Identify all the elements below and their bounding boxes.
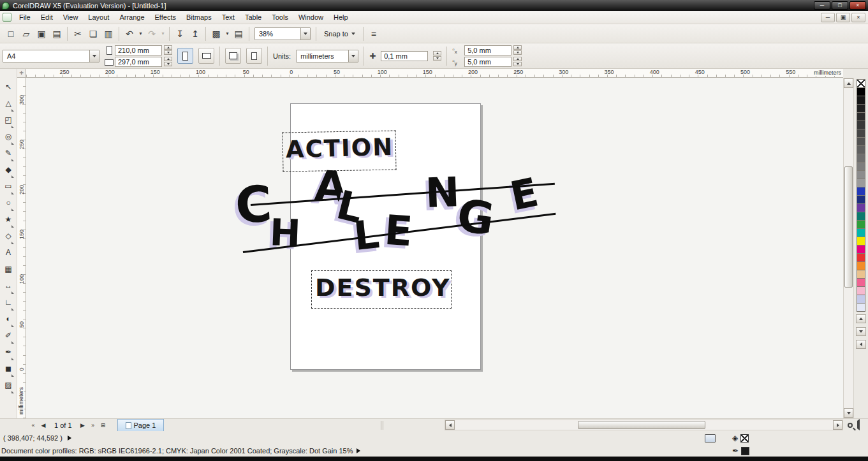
- color-swatch[interactable]: [857, 253, 865, 262]
- color-swatch[interactable]: [857, 303, 865, 312]
- import-button[interactable]: ↧: [172, 26, 188, 41]
- ellipse-tool[interactable]: ○: [1, 195, 16, 210]
- destroy-text-object[interactable]: DESTROY: [315, 275, 451, 300]
- vertical-scroll-thumb[interactable]: [844, 166, 853, 288]
- palette-scroll-down-button[interactable]: [856, 327, 866, 336]
- paper-width-field[interactable]: 210,0 mm: [115, 45, 162, 55]
- scroll-left-button[interactable]: [445, 420, 455, 430]
- blend-tool[interactable]: ◐: [1, 311, 16, 326]
- last-page-button[interactable]: »: [88, 420, 98, 430]
- color-swatch[interactable]: [857, 220, 865, 229]
- export-button[interactable]: ↥: [188, 26, 203, 41]
- horizontal-scroll-thumb[interactable]: [578, 421, 705, 429]
- all-pages-button[interactable]: [225, 48, 241, 64]
- duplicate-y-spinner[interactable]: [513, 57, 522, 66]
- color-swatch[interactable]: [857, 237, 865, 245]
- action-text-object[interactable]: ACTION: [286, 135, 394, 161]
- menu-layout[interactable]: Layout: [83, 11, 114, 23]
- close-button[interactable]: ×: [850, 1, 866, 10]
- color-swatch[interactable]: [857, 212, 865, 221]
- pagebar-splitter[interactable]: [381, 421, 383, 430]
- menu-view[interactable]: View: [58, 11, 84, 23]
- save-button[interactable]: ▣: [34, 26, 49, 41]
- page-tab[interactable]: Page 1: [117, 419, 165, 431]
- color-swatch[interactable]: [857, 203, 865, 212]
- paste-button[interactable]: ▥: [101, 26, 116, 41]
- vertical-ruler[interactable]: millimeters 300250200150100500: [17, 78, 26, 418]
- color-swatch[interactable]: [857, 104, 865, 113]
- paper-height-field[interactable]: 297,0 mm: [115, 57, 162, 67]
- color-swatch[interactable]: [857, 179, 865, 187]
- profiles-expand-icon[interactable]: [357, 448, 360, 453]
- new-document-button[interactable]: □: [3, 26, 18, 41]
- duplicate-y-field[interactable]: 5,0 mm: [464, 57, 511, 67]
- crop-tool[interactable]: ◰: [1, 112, 16, 128]
- minimize-button[interactable]: ─: [814, 1, 830, 10]
- color-swatch[interactable]: [857, 162, 865, 171]
- outline-pen-tool[interactable]: ✒: [1, 344, 16, 360]
- duplicate-x-field[interactable]: 5,0 mm: [464, 45, 511, 55]
- doc-restore-button[interactable]: ▣: [836, 13, 850, 22]
- copy-button[interactable]: ❏: [85, 26, 101, 41]
- freehand-tool[interactable]: ✎: [1, 145, 16, 161]
- color-none-swatch[interactable]: [857, 79, 865, 88]
- units-dropdown-arrow[interactable]: [348, 50, 358, 62]
- portrait-button[interactable]: [177, 48, 193, 64]
- paper-width-spinner[interactable]: [164, 45, 172, 55]
- color-swatch[interactable]: [857, 261, 865, 270]
- horizontal-ruler[interactable]: millimeters 2502001501005005010015020025…: [26, 69, 843, 78]
- welcome-screen-button[interactable]: ▤: [231, 26, 246, 41]
- text-tool[interactable]: A: [1, 245, 16, 260]
- title-bar[interactable]: CorelDRAW X5 (Evaluation Version) - [Unt…: [0, 0, 868, 11]
- menu-arrange[interactable]: Arrange: [114, 11, 149, 23]
- menu-edit[interactable]: Edit: [36, 11, 58, 23]
- color-swatch[interactable]: [857, 145, 865, 154]
- shape-tool[interactable]: △: [1, 96, 16, 111]
- color-swatch[interactable]: [857, 154, 865, 163]
- color-swatch[interactable]: [857, 170, 865, 179]
- options-button[interactable]: ≡: [366, 26, 381, 41]
- palette-expand-button[interactable]: [856, 340, 866, 349]
- units-combo[interactable]: millimeters: [296, 50, 358, 62]
- drawing-canvas[interactable]: ACTION CHALLENGE DESTROY: [26, 78, 843, 418]
- color-swatch[interactable]: [857, 137, 865, 146]
- display-proof-icon[interactable]: [705, 434, 716, 443]
- menu-bitmaps[interactable]: Bitmaps: [181, 11, 217, 23]
- menu-tools[interactable]: Tools: [267, 11, 293, 23]
- color-swatch[interactable]: [857, 96, 865, 105]
- nudge-offset-field[interactable]: 0,1 mm: [381, 51, 428, 61]
- challenge-letter[interactable]: E: [507, 172, 541, 216]
- doc-minimize-button[interactable]: ─: [821, 13, 835, 22]
- paper-size-dropdown-arrow[interactable]: [89, 50, 99, 62]
- color-swatch[interactable]: [857, 187, 865, 196]
- pick-tool[interactable]: ↖: [1, 79, 16, 94]
- scroll-right-button[interactable]: [833, 420, 842, 430]
- basic-shapes-tool[interactable]: ◇: [1, 228, 16, 244]
- scroll-up-button[interactable]: [844, 78, 853, 88]
- polygon-tool[interactable]: ★: [1, 212, 16, 227]
- doc-close-button[interactable]: ×: [851, 13, 865, 22]
- duplicate-x-spinner[interactable]: [513, 45, 522, 55]
- color-swatch[interactable]: [857, 295, 865, 304]
- nudge-spinner[interactable]: [433, 51, 441, 61]
- next-page-button[interactable]: ▶: [78, 420, 88, 430]
- undo-dropdown[interactable]: ▾: [137, 26, 144, 41]
- zoom-tool[interactable]: ◎: [1, 129, 16, 144]
- palette-scroll-up-button[interactable]: [856, 314, 866, 323]
- color-swatch[interactable]: [857, 195, 865, 204]
- paper-height-spinner[interactable]: [164, 57, 172, 66]
- color-swatch[interactable]: [857, 87, 865, 96]
- menu-help[interactable]: Help: [328, 11, 353, 23]
- maximize-button[interactable]: □: [832, 1, 848, 10]
- previous-page-button[interactable]: ◀: [38, 420, 48, 430]
- snap-to-dropdown[interactable]: Snap to: [320, 28, 359, 40]
- landscape-button[interactable]: [198, 48, 214, 64]
- outline-color-indicator[interactable]: ✒: [732, 446, 749, 455]
- zoom-tool-corner-button[interactable]: [844, 420, 855, 430]
- parallel-dimension-tool[interactable]: ↔: [1, 278, 16, 293]
- color-eyedropper-tool[interactable]: ✐: [1, 328, 16, 343]
- rectangle-tool[interactable]: ▭: [1, 179, 16, 194]
- straight-line-connector-tool[interactable]: ∟: [1, 295, 16, 310]
- color-swatch[interactable]: [857, 278, 865, 287]
- color-swatch[interactable]: [857, 286, 865, 295]
